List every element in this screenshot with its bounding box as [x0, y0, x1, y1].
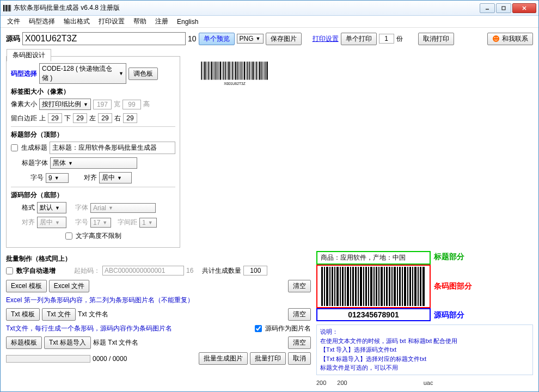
svg-rect-67: [358, 267, 359, 306]
width-label: 宽: [114, 100, 120, 109]
contact-button[interactable]: 和我联系: [487, 33, 533, 45]
source-input[interactable]: [22, 32, 186, 45]
gen-title-checkbox[interactable]: [11, 144, 18, 151]
clear-txt-button[interactable]: 清空: [288, 308, 311, 321]
single-print-button[interactable]: 单个打印: [341, 33, 377, 45]
svg-rect-72: [370, 267, 372, 306]
title-template-button[interactable]: 标题模板: [6, 336, 42, 349]
margin-top-input[interactable]: [48, 113, 62, 123]
menu-outfmt[interactable]: 输出格式: [59, 16, 94, 27]
svg-rect-4: [9, 5, 10, 11]
svg-rect-66: [355, 267, 357, 306]
minimize-button[interactable]: [480, 3, 495, 13]
maximize-button[interactable]: [496, 3, 511, 13]
svg-rect-74: [376, 267, 377, 306]
svg-rect-18: [210, 62, 210, 79]
svg-rect-70: [365, 267, 367, 306]
svg-rect-65: [352, 267, 354, 306]
close-button[interactable]: [512, 3, 536, 13]
svg-rect-86: [407, 267, 408, 306]
svg-rect-79: [389, 267, 390, 306]
codetype-select[interactable]: CODE-128 ( 快递物流仓储 )▼: [39, 63, 126, 84]
format-select[interactable]: PNG▼: [237, 34, 264, 44]
svg-rect-60: [340, 267, 341, 306]
svg-rect-26: [223, 62, 224, 79]
title-font-select[interactable]: 黑体▼: [50, 157, 137, 169]
svg-rect-22: [217, 62, 218, 79]
source-label: 源码: [6, 34, 20, 44]
cancel-print-button[interactable]: 取消打印: [418, 33, 454, 45]
app-icon: [3, 4, 11, 13]
batch-print-button[interactable]: 批量打印: [250, 352, 286, 365]
help-box: 说明： 在使用文本文件的时候，源码 txt 和标题txt 配合使用 【Txt 导…: [316, 324, 533, 375]
print-settings-link[interactable]: 打印设置: [313, 34, 339, 44]
menu-codesel[interactable]: 码型选择: [24, 16, 59, 27]
clear-excel-button[interactable]: 清空: [288, 280, 311, 292]
svg-rect-50: [265, 62, 266, 79]
fmt-select[interactable]: 默认▼: [37, 202, 66, 213]
excel-template-button[interactable]: Excel 模板: [6, 280, 47, 292]
main-title-field[interactable]: 主标题：应用软件条形码批量生成器: [50, 142, 175, 154]
excel-file-button[interactable]: Excel 文件: [49, 280, 90, 292]
svg-rect-13: [201, 62, 202, 79]
clear-title-button[interactable]: 清空: [288, 336, 311, 349]
batch-cancel-button[interactable]: 取消: [288, 352, 311, 365]
preview-button[interactable]: 单个预览: [199, 33, 235, 45]
total-label: 共计生成数量: [202, 266, 241, 275]
svg-rect-7: [502, 7, 505, 10]
txt-name-label: Txt 文件名: [78, 310, 108, 319]
title-import-button[interactable]: Txt 标题导入: [44, 336, 91, 349]
footer-n1: 200: [316, 379, 326, 386]
svg-rect-49: [264, 62, 264, 79]
svg-rect-37: [242, 62, 243, 79]
txt-hint: Txt文件，每行生成一个条形码，源码内容作为条码图片名: [6, 324, 172, 333]
svg-rect-23: [218, 62, 219, 79]
copies-input[interactable]: [379, 34, 394, 44]
margin-left-input[interactable]: [98, 113, 112, 123]
svg-rect-46: [258, 62, 259, 79]
width-input: [93, 100, 112, 109]
legend-src-label: 源码部分: [434, 310, 472, 320]
noheight-checkbox[interactable]: [65, 232, 72, 240]
palette-button[interactable]: 调色板: [128, 68, 158, 80]
save-image-button[interactable]: 保存图片: [266, 33, 302, 45]
titlebar: 东软条形码批量生成器 v6.4.8 注册版: [1, 1, 538, 16]
menu-printset[interactable]: 打印设置: [94, 16, 129, 27]
svg-rect-28: [227, 62, 228, 79]
auto-inc-checkbox[interactable]: [6, 267, 13, 274]
menu-register[interactable]: 注册: [151, 16, 173, 27]
fontsize-select[interactable]: 9▼: [46, 173, 69, 183]
svg-rect-24: [220, 62, 222, 79]
svg-rect-61: [342, 267, 344, 306]
svg-rect-14: [203, 62, 204, 79]
menu-file[interactable]: 文件: [3, 16, 24, 27]
svg-text:X001U62T3Z: X001U62T3Z: [224, 82, 246, 85]
fontsize-label: 字号: [30, 173, 44, 182]
height-input: [122, 100, 141, 109]
svg-rect-73: [373, 267, 375, 306]
codetype-label[interactable]: 码型选择: [11, 69, 37, 78]
window-title: 东软条形码批量生成器 v6.4.8 注册版: [14, 3, 480, 13]
margin-bottom-input[interactable]: [73, 113, 87, 123]
legend-title-label: 标题部分: [434, 252, 472, 262]
svg-rect-77: [384, 267, 385, 306]
txt-file-button[interactable]: Txt 文件: [42, 308, 76, 321]
align-select[interactable]: 居中▼: [99, 172, 132, 183]
txt-template-button[interactable]: Txt 模板: [6, 308, 40, 321]
svg-rect-89: [414, 267, 416, 306]
legend-code-box: 012345678901: [316, 308, 431, 321]
progress-bar: [6, 355, 90, 363]
margin-right-input[interactable]: [123, 113, 137, 123]
svg-rect-90: [418, 267, 419, 306]
menubar: 文件 码型选择 输出格式 打印设置 帮助 注册 English: [1, 16, 538, 28]
total-input[interactable]: [243, 266, 267, 275]
svg-rect-21: [215, 62, 216, 79]
menu-english[interactable]: English: [173, 17, 203, 27]
menu-help[interactable]: 帮助: [129, 16, 151, 27]
design-tab[interactable]: 条码图设计: [7, 49, 51, 62]
pxsize-select[interactable]: 按打印纸比例▼: [39, 99, 91, 110]
batch-gen-button[interactable]: 批量生成图片: [199, 352, 248, 365]
src-as-name-label: 源码作为图片名: [265, 324, 311, 333]
src-as-name-checkbox[interactable]: [255, 325, 262, 332]
svg-rect-35: [239, 62, 240, 79]
